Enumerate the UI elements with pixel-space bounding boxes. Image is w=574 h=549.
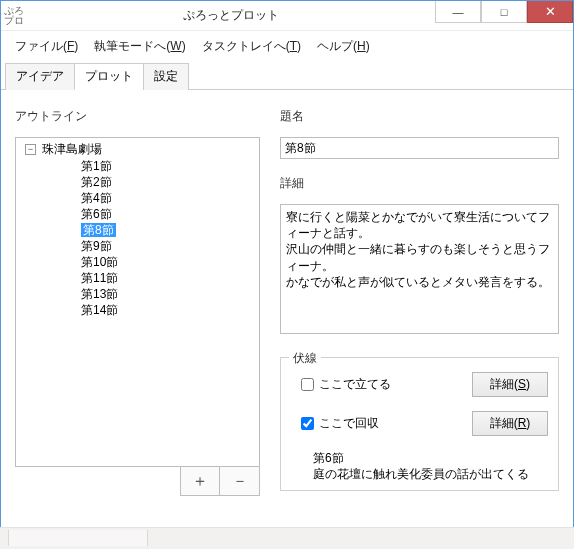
tree-item[interactable]: 第6節 bbox=[29, 206, 258, 222]
maximize-button[interactable]: □ bbox=[481, 1, 527, 23]
title-label: 題名 bbox=[280, 108, 559, 125]
menu-help[interactable]: ヘルプ(H) bbox=[311, 35, 376, 58]
add-node-button[interactable]: ＋ bbox=[180, 466, 220, 496]
outline-tree[interactable]: − 珠津島劇場 第1節第2節第4節第6節第8節第9節第10節第11節第13節第1… bbox=[15, 137, 260, 467]
plant-label-text: ここで立てる bbox=[319, 376, 391, 393]
tree-item[interactable]: 第1節 bbox=[29, 158, 258, 174]
foreshadow-legend: 伏線 bbox=[289, 350, 321, 367]
tree-item[interactable]: 第14節 bbox=[29, 302, 258, 318]
foreshadow-group: 伏線 ここで立てる 詳細(S) ここで回収 詳細(R) 第6節 庭の花壇に触れ美… bbox=[280, 357, 559, 491]
status-cell bbox=[8, 530, 148, 546]
detail-textarea[interactable] bbox=[280, 204, 559, 334]
outline-label: アウトライン bbox=[15, 108, 260, 125]
remove-node-button[interactable]: － bbox=[220, 466, 260, 496]
title-input[interactable] bbox=[280, 137, 559, 159]
tree-item[interactable]: 第11節 bbox=[29, 270, 258, 286]
tree-item[interactable]: 第13節 bbox=[29, 286, 258, 302]
recover-detail-button[interactable]: 詳細(R) bbox=[472, 411, 548, 436]
tree-item[interactable]: 第2節 bbox=[29, 174, 258, 190]
tab-settings[interactable]: 設定 bbox=[143, 63, 189, 90]
foreshadow-note-title: 第6節 bbox=[313, 450, 548, 466]
tree-item[interactable]: 第9節 bbox=[29, 238, 258, 254]
menu-tasktray[interactable]: タスクトレイへ(T) bbox=[196, 35, 307, 58]
tree-item[interactable]: 第4節 bbox=[29, 190, 258, 206]
tree-item[interactable]: 第8節 bbox=[29, 222, 258, 238]
status-bar bbox=[0, 527, 574, 549]
recover-checkbox-label[interactable]: ここで回収 bbox=[301, 415, 379, 432]
detail-label: 詳細 bbox=[280, 175, 559, 192]
minimize-button[interactable]: — bbox=[435, 1, 481, 23]
tab-strip: アイデア プロット 設定 bbox=[1, 62, 573, 90]
tree-expander-icon[interactable]: − bbox=[25, 144, 36, 155]
plant-checkbox-label[interactable]: ここで立てる bbox=[301, 376, 391, 393]
tab-plot[interactable]: プロット bbox=[74, 63, 144, 90]
tab-idea[interactable]: アイデア bbox=[5, 63, 75, 90]
tree-root-label[interactable]: 珠津島劇場 bbox=[42, 142, 102, 156]
close-button[interactable]: ✕ bbox=[527, 1, 573, 23]
plant-detail-button[interactable]: 詳細(S) bbox=[472, 372, 548, 397]
plant-checkbox[interactable] bbox=[301, 378, 314, 391]
window-title: ぷろっとプロット bbox=[27, 7, 435, 24]
menu-write-mode[interactable]: 執筆モードへ(W) bbox=[88, 35, 191, 58]
title-bar: ぷろ プロ ぷろっとプロット — □ ✕ bbox=[1, 1, 573, 31]
app-icon: ぷろ プロ bbox=[1, 6, 27, 26]
recover-checkbox[interactable] bbox=[301, 417, 314, 430]
menu-file[interactable]: ファイル(F) bbox=[9, 35, 84, 58]
recover-label-text: ここで回収 bbox=[319, 415, 379, 432]
menu-bar: ファイル(F) 執筆モードへ(W) タスクトレイへ(T) ヘルプ(H) bbox=[1, 31, 573, 62]
tree-item[interactable]: 第10節 bbox=[29, 254, 258, 270]
foreshadow-note-body: 庭の花壇に触れ美化委員の話が出てくる bbox=[313, 466, 548, 482]
